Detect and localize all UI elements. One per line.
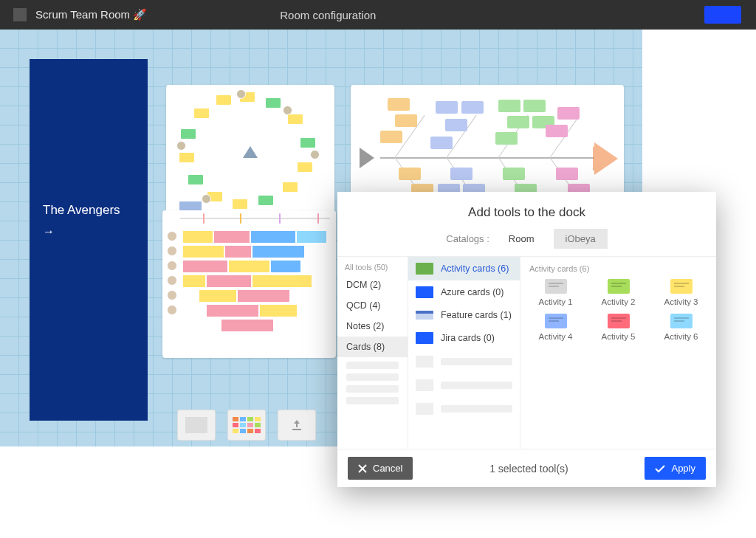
activity-preview-3[interactable]: Activity 3 — [655, 279, 707, 306]
tool-activity-cards[interactable]: Activity cards (6) — [408, 257, 520, 280]
dock-template-cards[interactable] — [227, 410, 266, 441]
all-tools-header: All tools (50) — [337, 257, 408, 275]
swatch-icon — [416, 332, 433, 344]
tool-jira-cards[interactable]: Jira cards (0) — [408, 326, 520, 350]
board-circle[interactable] — [166, 85, 334, 219]
room-config-label[interactable]: Room configuration — [280, 9, 376, 21]
selection-status: 1 selected tool(s) — [422, 463, 636, 475]
preview-column: Activity cards (6) Activity 1 Activity 2… — [520, 257, 716, 449]
tool-skeleton — [408, 373, 520, 397]
team-card[interactable]: The Avengers → — [30, 59, 148, 421]
app-icon[interactable] — [13, 8, 27, 21]
activity-preview-1[interactable]: Activity 1 — [529, 279, 582, 306]
category-skeleton — [346, 362, 399, 369]
catalog-tab-room[interactable]: Room — [497, 229, 546, 249]
dialog-footer: Cancel 1 selected tool(s) Apply — [337, 449, 716, 487]
add-tools-dialog: Add tools to the dock Catalogs : Room iO… — [337, 192, 716, 487]
activity-preview-2[interactable]: Activity 2 — [592, 279, 645, 306]
swatch-icon — [416, 311, 433, 320]
apply-button[interactable]: Apply — [645, 457, 706, 480]
category-skeleton — [346, 373, 399, 381]
category-notes[interactable]: Notes (2) — [337, 316, 408, 337]
swatch-icon — [416, 286, 433, 298]
tool-skeleton — [408, 350, 520, 373]
category-skeleton — [346, 397, 399, 404]
category-cards[interactable]: Cards (8) — [337, 337, 408, 357]
team-card-title: The Avengers — [43, 203, 134, 218]
activity-preview-6[interactable]: Activity 6 — [655, 314, 707, 341]
room-title: Scrum Team Room 🚀 — [35, 8, 147, 21]
preview-header: Activity cards (6) — [529, 263, 707, 279]
board-gantt[interactable] — [162, 210, 336, 358]
tool-feature-cards[interactable]: Feature cards (1) — [408, 304, 520, 326]
category-column: All tools (50) DCM (2) QCD (4) Notes (2)… — [337, 257, 408, 449]
activity-preview-4[interactable]: Activity 4 — [529, 314, 582, 341]
category-dcm[interactable]: DCM (2) — [337, 275, 408, 295]
mountain-icon — [243, 146, 258, 158]
tool-skeleton — [408, 397, 520, 421]
top-bar: Scrum Team Room 🚀 Room configuration — [0, 0, 756, 30]
dock — [177, 410, 316, 441]
tools-column: Activity cards (6) Azure cards (0) Featu… — [408, 257, 520, 449]
catalog-tab-iobeya[interactable]: iObeya — [554, 229, 608, 249]
category-skeleton — [346, 385, 399, 393]
catalog-row: Catalogs : Room iObeya — [337, 229, 716, 256]
dialog-title: Add tools to the dock — [337, 192, 716, 229]
upload-icon — [289, 418, 304, 432]
close-icon — [358, 464, 367, 473]
dock-template-blank[interactable] — [177, 410, 216, 441]
tool-azure-cards[interactable]: Azure cards (0) — [408, 280, 520, 304]
cancel-button[interactable]: Cancel — [348, 457, 413, 480]
catalogs-label: Catalogs : — [446, 233, 489, 244]
header-action-button[interactable] — [704, 6, 741, 24]
swatch-icon — [416, 263, 433, 275]
category-qcd[interactable]: QCD (4) — [337, 295, 408, 316]
fishbone-tail-icon — [360, 148, 374, 168]
arrow-right-icon: → — [43, 225, 134, 238]
check-icon — [655, 464, 665, 473]
activity-preview-5[interactable]: Activity 5 — [592, 314, 645, 341]
dock-template-upload[interactable] — [278, 410, 316, 441]
fishbone-head-icon — [594, 142, 618, 175]
